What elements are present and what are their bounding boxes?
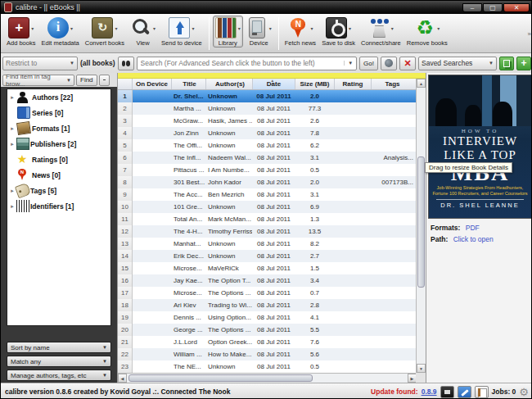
toolbar-button-device[interactable]: ▾Device [244,16,274,48]
horizontal-scrollbar-thumb[interactable] [128,374,313,382]
table-row[interactable]: 15Microse...MaVeRiCk08 Jul 20111.5 [118,262,417,274]
column-header-size-mb-[interactable]: Size (MB) [295,79,335,89]
jobs-indicator[interactable]: Jobs: 0 [492,388,516,396]
toggle-cover-browser-button[interactable] [440,386,454,398]
advanced-search-button[interactable] [118,57,134,70]
sidebar-item-tags[interactable]: ▸Tags [5] [7,183,110,198]
toolbar-button-convert-books[interactable]: ▾Convert books [83,16,127,48]
restrict-to-select[interactable]: Restrict to ▼ [2,57,78,70]
toggle-book-details-button[interactable] [475,386,489,398]
sidebar-item-authors[interactable]: ▸Authors [22] [7,89,110,105]
toolbar-button-connect-share[interactable]: ▾Connect/share [358,16,404,48]
dropdown-arrow-icon[interactable]: ▾ [349,25,351,31]
find-button[interactable]: Find [76,75,97,86]
sidebar-item-publishers[interactable]: ▸Publishers [2] [7,136,110,152]
sidebar-item-series[interactable]: Series [0] [7,105,110,120]
close-button[interactable]: ✕ [503,3,530,12]
table-row[interactable]: 7Pittacus ...I Am Numbe...08 Jul 20110.5 [118,164,417,176]
sidebar-item-formats[interactable]: ▸Formats [1] [7,120,110,136]
tag-browser-config-button[interactable] [99,75,110,86]
toolbar-button-view[interactable]: ▾View [128,16,158,48]
table-row[interactable]: 19Dennis ...Using Option...08 Jul 20114.… [118,311,417,324]
format-pdf-link[interactable]: PDF [466,224,480,232]
clear-search-button[interactable]: ✕ [399,57,416,70]
vertical-scrollbar-thumb[interactable] [417,156,425,288]
expand-chevron-icon[interactable]: ▸ [9,141,16,147]
scroll-down-icon[interactable]: ▼ [417,364,426,373]
table-row[interactable]: 10101 Gre...Unknown08 Jul 20116.9 [118,201,417,213]
book-cover[interactable]: HOW TO INTERVIEW LIKE A TOP MBA Job-Winn… [428,75,532,219]
dropdown-arrow-icon[interactable]: ▾ [391,25,394,31]
toolbar-button-add-books[interactable]: ▾Add books [4,16,38,48]
vertical-scrollbar[interactable]: ▲ ▼ [416,79,426,373]
dropdown-arrow-icon[interactable]: ▾ [153,25,156,31]
table-row[interactable]: 17Microse...The Options ...08 Jul 20110.… [118,287,417,299]
table-row[interactable]: 4Jon ZinnUnknown08 Jul 20117.8 [118,127,417,139]
sidebar-item-news[interactable]: News [0] [7,167,110,183]
dropdown-arrow-icon[interactable]: ▾ [31,25,34,31]
table-row[interactable]: 11Total An...Mark McMan...08 Jul 20111.3 [118,213,417,225]
table-row[interactable]: 12The 4-H...Timothy Ferriss08 Jul 201113… [118,225,417,238]
sidebar-item-ratings[interactable]: Ratings [0] [7,152,110,167]
table-row[interactable]: 20George ...The Options ...08 Jul 20115.… [118,324,417,336]
column-header-date[interactable]: Date▴ [253,79,295,89]
table-row[interactable]: 23The NE...Unknown08 Jul 20110.5 [118,360,417,373]
table-row[interactable]: 8301 Best...John Kador08 Jul 20112.00071… [118,176,417,188]
update-version-link[interactable]: 0.8.9 [422,388,437,396]
dropdown-arrow-icon[interactable]: ▾ [310,25,313,31]
dropdown-arrow-icon[interactable]: ▾ [192,25,194,31]
table-row[interactable]: 5The Offi...Unknown08 Jul 20116.2 [118,139,417,152]
minimize-button[interactable]: – [462,3,482,12]
column-header-author-s-[interactable]: Author(s) [206,79,253,89]
toolbar-button-edit-metadata[interactable]: ▾Edit metadata [38,16,81,48]
table-row[interactable]: 22William ...How to Make...08 Jul 20115.… [118,348,417,360]
toolbar-button-remove-books[interactable]: ▾Remove books [404,16,450,48]
copy-search-button[interactable] [499,57,514,70]
path-open-link[interactable]: Click to open [453,235,494,243]
sidebar-item-identifiers[interactable]: ▸Identifiers [1] [7,198,110,214]
expand-chevron-icon[interactable]: ▸ [9,203,16,210]
search-input[interactable] [138,59,345,67]
table-row[interactable]: 13Manhat...Unknown08 Jul 20118.2 [118,238,417,250]
maximize-button[interactable]: ▢ [483,3,503,12]
column-header-on-device[interactable]: On Device [133,79,172,89]
search-history-chevron-icon[interactable]: ▼ [344,61,356,66]
go-button[interactable]: Go! [359,57,378,70]
match-any-button[interactable]: Match any ▼ [7,356,111,367]
find-item-select[interactable]: Find item in tag brow... ▼ [2,75,74,86]
toolbar-button-send-to-device[interactable]: ▾Send to device [159,16,205,48]
dropdown-arrow-icon[interactable]: ▾ [238,25,241,31]
table-row[interactable]: 14Erik Dec...Unknown08 Jul 20112.7 [118,250,417,262]
table-row[interactable]: 2Martha ...Unknown08 Jul 201177.3 [118,102,417,115]
table-row[interactable]: 16Jay Kae...The Option T...08 Jul 20113.… [118,274,417,287]
toolbar-button-library[interactable]: ▾Library [213,16,243,48]
column-header-tags[interactable]: Tags [372,79,417,89]
toolbar-button-save-to-disk[interactable]: ▾Save to disk [319,16,358,48]
expand-chevron-icon[interactable]: ▸ [9,94,16,101]
table-row[interactable]: 9The Acc...Ben Mezrich08 Jul 20113.1 [118,188,417,201]
expand-chevron-icon[interactable]: ▸ [9,125,16,132]
toolbar-button-fetch-news[interactable]: ▾Fetch news [282,16,318,48]
table-row[interactable]: 3McGraw...Hasik, James ...08 Jul 20112.6 [118,115,417,127]
table-row[interactable]: 6The Infl...Nadeem Wal...08 Jul 20113.1A… [118,152,417,164]
table-row[interactable]: 21J.L.LordOption Greek...08 Jul 20117.6 [118,336,417,348]
scroll-left-icon[interactable]: ◀ [118,374,127,383]
save-search-button[interactable]: + [516,57,531,70]
jobs-spinner-icon[interactable]: ⚙ [519,386,529,398]
scroll-up-icon[interactable]: ▲ [417,79,426,88]
table-row[interactable]: 18Ari KievTrading to Wi...08 Jul 20112.8 [118,299,417,311]
dropdown-arrow-icon[interactable]: ▾ [115,25,117,31]
sort-by-name-button[interactable]: Sort by name ▼ [7,342,111,353]
toolbar-overflow-icon[interactable]: » [528,30,531,38]
horizontal-scrollbar[interactable]: ◀ ▶ [118,373,417,383]
dropdown-arrow-icon[interactable]: ▾ [70,25,73,31]
saved-searches-select[interactable]: Saved Searches ▼ [418,57,497,70]
dropdown-arrow-icon[interactable]: ▾ [269,25,272,31]
column-header-title[interactable]: Title [172,79,206,89]
manage-authors-tags-button[interactable]: Manage authors, tags, etc ▼ [7,370,111,381]
table-row[interactable]: 1Dr. Shel...Unknown08 Jul 20112.0 [118,90,417,102]
dropdown-arrow-icon[interactable]: ▾ [437,25,440,31]
toggle-tag-browser-button[interactable] [458,386,471,398]
search-option-button[interactable] [381,57,397,70]
column-header-rating[interactable]: Rating [335,79,372,89]
